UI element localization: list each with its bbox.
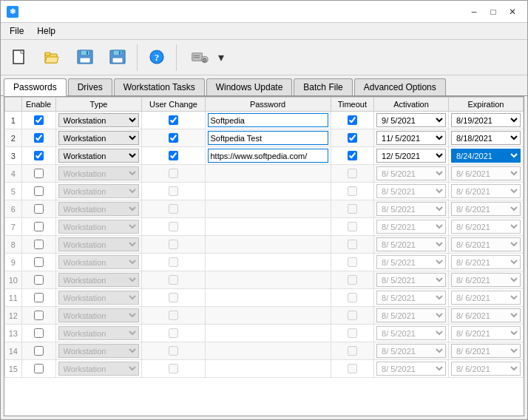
enable-checkbox[interactable] — [34, 204, 44, 214]
user-change-checkbox[interactable] — [169, 115, 178, 125]
expiration-select[interactable]: 8/ 6/2021 — [451, 308, 521, 322]
enable-checkbox[interactable] — [34, 364, 44, 373]
activation-select[interactable]: 8/ 5/2021 — [376, 166, 446, 180]
password-input[interactable] — [208, 131, 328, 145]
type-select[interactable]: Workstation — [58, 220, 140, 234]
activation-select[interactable]: 12/ 5/2021 — [376, 149, 446, 163]
password-input[interactable] — [208, 113, 328, 127]
tab-workstation-tasks[interactable]: Workstation Tasks — [114, 78, 205, 95]
enable-checkbox[interactable] — [34, 257, 44, 267]
enable-checkbox[interactable] — [34, 186, 44, 196]
menu-help[interactable]: Help — [31, 24, 61, 38]
timeout-checkbox[interactable] — [348, 222, 357, 231]
type-select[interactable]: Workstation — [58, 326, 140, 340]
enable-checkbox[interactable] — [34, 169, 44, 178]
timeout-checkbox[interactable] — [348, 257, 357, 267]
menu-file[interactable]: File — [4, 24, 30, 38]
password-input[interactable] — [208, 149, 328, 163]
user-change-checkbox[interactable] — [169, 240, 178, 249]
type-select[interactable]: Workstation — [58, 255, 140, 269]
expiration-select[interactable]: 8/24/2021 — [451, 149, 521, 163]
type-select[interactable]: Workstation — [58, 184, 140, 198]
expiration-select[interactable]: 8/ 6/2021 — [451, 344, 521, 358]
user-change-checkbox[interactable] — [169, 311, 178, 320]
type-select[interactable]: Workstation — [58, 113, 140, 127]
activation-select[interactable]: 8/ 5/2021 — [376, 362, 446, 376]
timeout-checkbox[interactable] — [348, 275, 357, 285]
timeout-checkbox[interactable] — [348, 328, 357, 338]
timeout-checkbox[interactable] — [348, 293, 357, 302]
timeout-checkbox[interactable] — [348, 186, 357, 196]
user-change-checkbox[interactable] — [169, 222, 178, 231]
activation-select[interactable]: 8/ 5/2021 — [376, 326, 446, 340]
expiration-select[interactable]: 8/ 6/2021 — [451, 202, 521, 216]
type-select[interactable]: Workstation — [58, 202, 140, 216]
close-button[interactable]: ✕ — [504, 5, 521, 18]
enable-checkbox[interactable] — [34, 275, 44, 285]
user-change-checkbox[interactable] — [169, 133, 178, 143]
type-select[interactable]: Workstation — [58, 166, 140, 180]
user-change-checkbox[interactable] — [169, 151, 178, 160]
timeout-checkbox[interactable] — [348, 169, 357, 178]
user-change-checkbox[interactable] — [169, 169, 178, 178]
minimize-button[interactable]: – — [465, 5, 483, 18]
timeout-checkbox[interactable] — [348, 115, 357, 125]
open-button[interactable] — [38, 43, 67, 72]
activation-select[interactable]: 8/ 5/2021 — [376, 344, 446, 358]
activation-select[interactable]: 8/ 5/2021 — [376, 237, 446, 251]
maximize-button[interactable]: □ — [484, 5, 502, 18]
timeout-checkbox[interactable] — [348, 364, 357, 373]
timeout-checkbox[interactable] — [348, 133, 357, 143]
activation-select[interactable]: 8/ 5/2021 — [376, 255, 446, 269]
user-change-checkbox[interactable] — [169, 364, 178, 373]
activation-select[interactable]: 8/ 5/2021 — [376, 202, 446, 216]
activation-select[interactable]: 8/ 5/2021 — [376, 273, 446, 287]
activation-select[interactable]: 11/ 5/2021 — [376, 131, 446, 145]
user-change-checkbox[interactable] — [169, 346, 178, 356]
expiration-select[interactable]: 8/ 6/2021 — [451, 166, 521, 180]
tab-drives[interactable]: Drives — [68, 78, 112, 95]
save-button[interactable] — [70, 43, 100, 72]
type-select[interactable]: Workstation — [58, 149, 140, 163]
enable-checkbox[interactable] — [34, 115, 44, 125]
expiration-select[interactable]: 8/ 6/2021 — [451, 326, 521, 340]
timeout-checkbox[interactable] — [348, 240, 357, 249]
user-change-checkbox[interactable] — [169, 257, 178, 267]
activation-select[interactable]: 8/ 5/2021 — [376, 308, 446, 322]
help-button[interactable]: ? — [142, 43, 172, 72]
enable-checkbox[interactable] — [34, 311, 44, 320]
type-select[interactable]: Workstation — [58, 131, 140, 145]
expiration-select[interactable]: 8/18/2021 — [451, 131, 521, 145]
user-change-checkbox[interactable] — [169, 328, 178, 338]
timeout-checkbox[interactable] — [348, 311, 357, 320]
enable-checkbox[interactable] — [34, 346, 44, 356]
type-select[interactable]: Workstation — [58, 308, 140, 322]
tab-advanced-options[interactable]: Advanced Options — [354, 78, 446, 95]
tab-windows-update[interactable]: Windows Update — [206, 78, 293, 95]
enable-checkbox[interactable] — [34, 222, 44, 231]
tab-passwords[interactable]: Passwords — [4, 78, 67, 96]
timeout-checkbox[interactable] — [348, 151, 357, 160]
expiration-select[interactable]: 8/ 6/2021 — [451, 220, 521, 234]
expiration-select[interactable]: 8/ 6/2021 — [451, 184, 521, 198]
create-button[interactable]: ⚙ — [181, 43, 218, 72]
user-change-checkbox[interactable] — [169, 186, 178, 196]
enable-checkbox[interactable] — [34, 328, 44, 338]
activation-select[interactable]: 8/ 5/2021 — [376, 220, 446, 234]
enable-checkbox[interactable] — [34, 151, 44, 160]
tab-batch-file[interactable]: Batch File — [294, 78, 352, 95]
type-select[interactable]: Workstation — [58, 344, 140, 358]
user-change-checkbox[interactable] — [169, 293, 178, 302]
expiration-select[interactable]: 8/ 6/2021 — [451, 255, 521, 269]
expiration-select[interactable]: 8/ 6/2021 — [451, 273, 521, 287]
expiration-select[interactable]: 8/ 6/2021 — [451, 237, 521, 251]
activation-select[interactable]: 8/ 5/2021 — [376, 184, 446, 198]
expiration-select[interactable]: 8/ 6/2021 — [451, 291, 521, 305]
user-change-checkbox[interactable] — [169, 275, 178, 285]
user-change-checkbox[interactable] — [169, 204, 178, 214]
expiration-select[interactable]: 8/19/2021 — [451, 113, 521, 127]
type-select[interactable]: Workstation — [58, 362, 140, 376]
enable-checkbox[interactable] — [34, 240, 44, 249]
type-select[interactable]: Workstation — [58, 291, 140, 305]
enable-checkbox[interactable] — [34, 293, 44, 302]
